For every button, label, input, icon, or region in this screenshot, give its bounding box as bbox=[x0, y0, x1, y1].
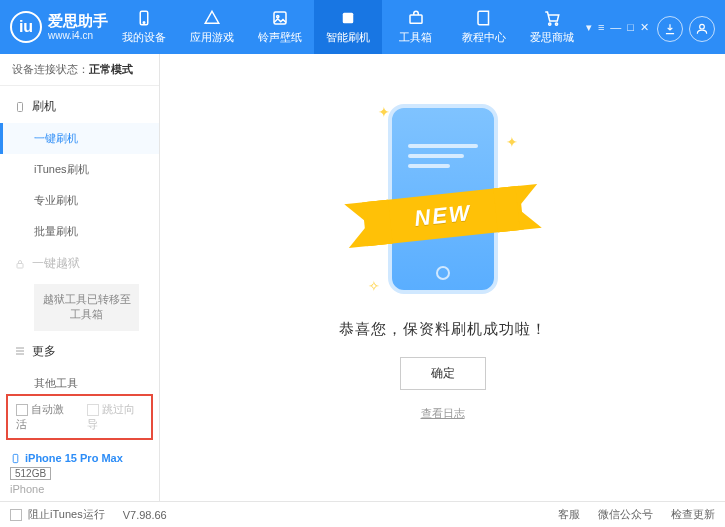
nav-tutorials[interactable]: 教程中心 bbox=[450, 0, 518, 54]
settings-icon[interactable]: ≡ bbox=[598, 21, 604, 34]
device-type: iPhone bbox=[10, 483, 149, 495]
block-itunes-checkbox[interactable]: 阻止iTunes运行 bbox=[10, 507, 105, 522]
list-icon bbox=[14, 345, 26, 357]
new-ribbon: NEW bbox=[362, 186, 524, 246]
nav-apps-games[interactable]: 应用游戏 bbox=[178, 0, 246, 54]
user-icon bbox=[695, 22, 709, 36]
nav-ringtones[interactable]: 铃声壁纸 bbox=[246, 0, 314, 54]
lock-icon bbox=[14, 258, 26, 270]
footer: 阻止iTunes运行 V7.98.66 客服 微信公众号 检查更新 bbox=[0, 501, 725, 527]
top-nav: 我的设备 应用游戏 铃声壁纸 智能刷机 工具箱 教程中心 爱思商城 bbox=[110, 0, 586, 54]
success-message: 恭喜您，保资料刷机成功啦！ bbox=[339, 320, 547, 339]
view-log-link[interactable]: 查看日志 bbox=[421, 406, 465, 421]
book-icon bbox=[475, 9, 493, 27]
maximize-icon[interactable]: □ bbox=[627, 21, 634, 34]
nav-toolbox[interactable]: 工具箱 bbox=[382, 0, 450, 54]
user-button[interactable] bbox=[689, 16, 715, 42]
footer-wechat[interactable]: 微信公众号 bbox=[598, 507, 653, 522]
download-icon bbox=[663, 22, 677, 36]
device-phone-icon bbox=[10, 453, 21, 464]
svg-rect-9 bbox=[18, 102, 23, 111]
menu-icon[interactable]: ▾ bbox=[586, 21, 592, 34]
sidebar-group-flash[interactable]: 刷机 bbox=[0, 90, 159, 123]
highlighted-options: 自动激活 跳过向导 bbox=[6, 394, 153, 440]
window-controls: ▾ ≡ — □ ✕ bbox=[586, 21, 649, 34]
nav-smart-flash[interactable]: 智能刷机 bbox=[314, 0, 382, 54]
jailbreak-moved-note: 越狱工具已转移至工具箱 bbox=[34, 284, 139, 331]
sidebar-group-jailbreak: 一键越狱 bbox=[0, 247, 159, 280]
device-storage: 512GB bbox=[10, 467, 51, 480]
footer-check-update[interactable]: 检查更新 bbox=[671, 507, 715, 522]
device-info[interactable]: iPhone 15 Pro Max 512GB iPhone bbox=[0, 446, 159, 501]
svg-point-6 bbox=[549, 23, 551, 25]
phone-small-icon bbox=[14, 101, 26, 113]
svg-point-1 bbox=[143, 22, 145, 24]
image-icon bbox=[271, 9, 289, 27]
minimize-icon[interactable]: — bbox=[610, 21, 621, 34]
download-button[interactable] bbox=[657, 16, 683, 42]
sidebar-item-pro-flash[interactable]: 专业刷机 bbox=[0, 185, 159, 216]
svg-rect-4 bbox=[343, 13, 354, 24]
app-header: iu 爱思助手 www.i4.cn 我的设备 应用游戏 铃声壁纸 智能刷机 工具… bbox=[0, 0, 725, 54]
nav-my-device[interactable]: 我的设备 bbox=[110, 0, 178, 54]
footer-support[interactable]: 客服 bbox=[558, 507, 580, 522]
svg-rect-10 bbox=[17, 263, 23, 268]
sidebar-item-itunes-flash[interactable]: iTunes刷机 bbox=[0, 154, 159, 185]
close-icon[interactable]: ✕ bbox=[640, 21, 649, 34]
sidebar-item-other-tools[interactable]: 其他工具 bbox=[0, 368, 159, 388]
phone-icon bbox=[135, 9, 153, 27]
svg-rect-2 bbox=[274, 12, 286, 24]
logo: iu 爱思助手 www.i4.cn bbox=[10, 11, 110, 43]
svg-point-8 bbox=[700, 24, 705, 29]
cart-icon bbox=[543, 9, 561, 27]
svg-rect-11 bbox=[13, 454, 18, 462]
apps-icon bbox=[203, 9, 221, 27]
toolbox-icon bbox=[407, 9, 425, 27]
logo-icon: iu bbox=[10, 11, 42, 43]
svg-point-3 bbox=[277, 15, 279, 17]
ok-button[interactable]: 确定 bbox=[400, 357, 486, 390]
sidebar-group-more[interactable]: 更多 bbox=[0, 335, 159, 368]
svg-rect-5 bbox=[410, 15, 422, 23]
nav-store[interactable]: 爱思商城 bbox=[518, 0, 586, 54]
svg-point-7 bbox=[555, 23, 557, 25]
auto-activate-checkbox[interactable]: 自动激活 bbox=[16, 402, 73, 432]
app-url: www.i4.cn bbox=[48, 30, 108, 42]
flash-icon bbox=[339, 9, 357, 27]
sidebar-item-oneclick-flash[interactable]: 一键刷机 bbox=[0, 123, 159, 154]
app-title: 爱思助手 bbox=[48, 12, 108, 30]
version-label: V7.98.66 bbox=[123, 509, 167, 521]
sidebar: 设备连接状态：正常模式 刷机 一键刷机 iTunes刷机 专业刷机 批量刷机 一… bbox=[0, 54, 160, 501]
main-content: ✦ ✦ ✧ NEW 恭喜您，保资料刷机成功啦！ 确定 查看日志 bbox=[160, 54, 725, 501]
connection-status: 设备连接状态：正常模式 bbox=[0, 54, 159, 86]
success-illustration: ✦ ✦ ✧ NEW bbox=[358, 94, 528, 304]
sidebar-item-batch-flash[interactable]: 批量刷机 bbox=[0, 216, 159, 247]
skip-guide-checkbox[interactable]: 跳过向导 bbox=[87, 402, 144, 432]
